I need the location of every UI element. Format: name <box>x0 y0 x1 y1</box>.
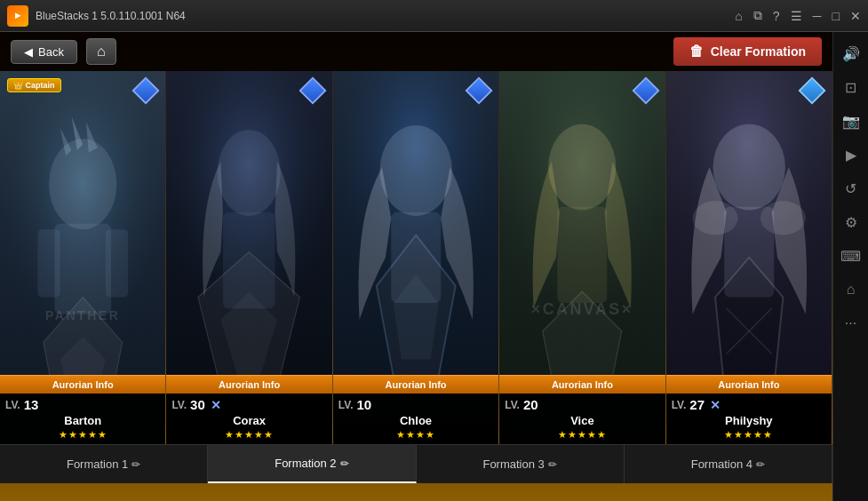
formation-tab-2-label: Formation 2 <box>275 457 336 470</box>
home-game-icon: ⌂ <box>97 44 106 60</box>
char-stars-4: ★★★★★ <box>505 429 659 441</box>
pencil-icon-3: ✏ <box>548 458 557 471</box>
char-level-value-4: 20 <box>523 397 538 412</box>
card-3-content: Aurorian Info LV. 10 Chloe ★★★★ <box>333 71 498 444</box>
close-icon[interactable]: ✕ <box>850 9 861 23</box>
back-label: Back <box>38 45 64 59</box>
clear-formation-button[interactable]: 🗑 Clear Formation <box>673 37 822 66</box>
char-name-3: Chloe <box>338 414 493 427</box>
home-sidebar-icon[interactable]: ⌂ <box>837 275 865 304</box>
pencil-icon-2: ✏ <box>340 457 349 470</box>
captain-badge: 👑 Captain <box>7 78 61 92</box>
card-2-content: Aurorian Info LV. 30 ✕ Corax ★★★★★ <box>166 71 331 444</box>
character-card-philyshy: TWO IN ONE Aurorian Info LV. <box>666 71 832 444</box>
card-diamond-2 <box>300 78 325 103</box>
clear-formation-label: Clear Formation <box>711 44 806 59</box>
break-icon-5: ✕ <box>710 398 721 412</box>
aurorian-info-btn-1[interactable]: Aurorian Info <box>0 375 165 394</box>
formation-tab-3[interactable]: Formation 3 ✏ <box>417 445 625 483</box>
card-diamond-4 <box>633 78 658 103</box>
char-stars-2: ★★★★★ <box>171 429 326 441</box>
rotate-icon[interactable]: ↺ <box>837 174 865 203</box>
bluestacks-logo: ▶ <box>7 5 28 27</box>
characters-area: PANTHER <box>0 71 832 444</box>
char-name-2: Corax <box>171 414 326 427</box>
char-info-bottom-1: Aurorian Info LV. 13 Barton ★★★★★ <box>0 375 165 444</box>
aurorian-info-btn-3[interactable]: Aurorian Info <box>333 375 498 394</box>
char-stars-1: ★★★★★ <box>5 429 160 441</box>
char-level-area-2: LV. 30 ✕ Corax ★★★★★ <box>166 394 331 444</box>
char-level-area-4: LV. 20 Vice ★★★★★ <box>499 394 665 444</box>
character-card-vice: ×CANVAS× Aurorian Info LV. <box>499 71 665 444</box>
titlebar: ▶ BlueStacks 1 5.0.110.1001 N64 ⌂ ⧉ ? ☰ … <box>0 0 868 32</box>
char-level-value-3: 10 <box>357 397 372 412</box>
card-diamond-3 <box>466 78 491 103</box>
volume-icon[interactable]: 🔊 <box>837 39 865 68</box>
diamond-icon-2 <box>299 76 326 104</box>
char-name-4: Vice <box>505 414 659 427</box>
card-diamond-1 <box>133 78 158 103</box>
char-name-1: Barton <box>5 414 160 427</box>
diamond-icon-5 <box>798 76 825 104</box>
character-card-barton: PANTHER <box>0 71 166 444</box>
character-card-corax: CORAX·ICY LANCE† Aurorian Info LV. <box>166 71 332 444</box>
clear-icon: 🗑 <box>689 44 704 60</box>
titlebar-icons: ⌂ ⧉ ? ☰ ─ □ ✕ <box>735 8 861 23</box>
char-level-3: LV. 10 <box>338 397 493 412</box>
menu-icon[interactable]: ☰ <box>791 9 802 23</box>
home-icon[interactable]: ⌂ <box>735 9 742 23</box>
char-level-value-5: 27 <box>689 397 705 412</box>
video-icon[interactable]: ▶ <box>837 140 865 169</box>
character-card-chloe: RHAPSODY IN BLUE MELODY Aurorian Info LV… <box>333 71 499 444</box>
aurorian-info-btn-4[interactable]: Aurorian Info <box>499 375 665 394</box>
back-button[interactable]: ◀ Back <box>11 40 77 64</box>
keyboard-icon[interactable]: ⌨ <box>837 242 865 270</box>
break-icon-2: ✕ <box>211 398 221 412</box>
char-art-5 <box>666 71 832 375</box>
formation-tab-1[interactable]: Formation 1 ✏ <box>0 445 208 483</box>
card-diamond-5 <box>800 78 824 103</box>
char-art-3 <box>333 71 498 375</box>
formation-tab-2[interactable]: Formation 2 ✏ <box>208 445 416 483</box>
char-stars-3: ★★★★ <box>338 429 493 441</box>
minimize-icon[interactable]: ─ <box>813 9 822 23</box>
diamond-icon-3 <box>466 76 493 104</box>
formation-tab-3-label: Formation 3 <box>482 457 544 471</box>
game-area: ◀ Back ⌂ 🗑 Clear Formation <box>0 32 832 501</box>
char-info-bottom-4: Aurorian Info LV. 20 Vice ★★★★★ <box>499 375 665 444</box>
char-level-value-1: 13 <box>24 397 39 412</box>
char-level-1: LV. 13 <box>5 397 160 412</box>
diamond-icon-1 <box>132 76 160 104</box>
copy-icon[interactable]: ⧉ <box>753 8 762 23</box>
pencil-icon-4: ✏ <box>756 458 765 471</box>
aurorian-info-btn-2[interactable]: Aurorian Info <box>166 375 331 394</box>
char-stars-5: ★★★★★ <box>672 429 826 441</box>
char-art-4 <box>499 71 665 375</box>
aurorian-info-btn-5[interactable]: Aurorian Info <box>666 375 832 394</box>
diamond-icon-4 <box>632 76 659 104</box>
formation-tab-4-label: Formation 4 <box>691 457 753 471</box>
char-art-2 <box>166 71 331 375</box>
screenshot-icon[interactable]: 📷 <box>837 107 865 135</box>
maximize-icon[interactable]: □ <box>832 9 840 23</box>
char-info-bottom-5: Aurorian Info LV. 27 ✕ Philyshy ★★★★★ <box>666 375 832 444</box>
char-level-area-1: LV. 13 Barton ★★★★★ <box>0 394 165 444</box>
char-level-5: LV. 27 ✕ <box>672 397 826 412</box>
settings-icon[interactable]: ⚙ <box>837 208 865 236</box>
back-arrow-icon: ◀ <box>24 45 33 59</box>
card-4-content: Aurorian Info LV. 20 Vice ★★★★★ <box>499 71 665 444</box>
display-icon[interactable]: ⊡ <box>837 73 865 101</box>
char-level-area-3: LV. 10 Chloe ★★★★ <box>333 394 498 444</box>
char-name-5: Philyshy <box>672 414 826 427</box>
sidebar-right: 🔊 ⊡ 📷 ▶ ↺ ⚙ ⌨ ⌂ ··· <box>832 32 868 501</box>
char-info-bottom-3: Aurorian Info LV. 10 Chloe ★★★★ <box>333 375 498 444</box>
formation-tabs: Formation 1 ✏ Formation 2 ✏ Formation 3 … <box>0 444 832 483</box>
formation-tab-4[interactable]: Formation 4 ✏ <box>625 445 832 483</box>
card-5-content: Aurorian Info LV. 27 ✕ Philyshy ★★★★★ <box>666 71 832 444</box>
more-icon[interactable]: ··· <box>837 309 865 338</box>
formation-tab-1-label: Formation 1 <box>67 457 128 471</box>
char-info-bottom-2: Aurorian Info LV. 30 ✕ Corax ★★★★★ <box>166 375 331 444</box>
char-level-4: LV. 20 <box>505 397 659 412</box>
help-icon[interactable]: ? <box>773 9 780 23</box>
home-game-button[interactable]: ⌂ <box>86 38 116 65</box>
